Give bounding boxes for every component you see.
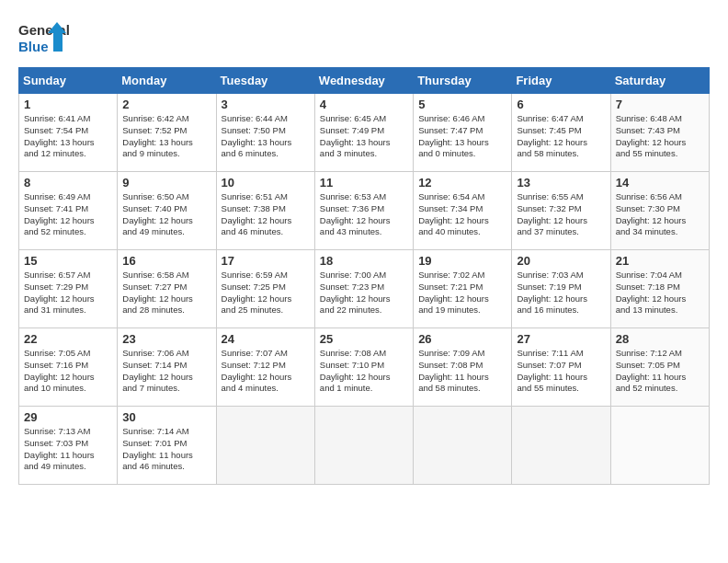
day-info: Sunrise: 6:54 AM Sunset: 7:34 PM Dayligh… xyxy=(418,191,506,238)
day-info: Sunrise: 7:09 AM Sunset: 7:08 PM Dayligh… xyxy=(418,348,506,395)
day-info: Sunrise: 6:45 AM Sunset: 7:49 PM Dayligh… xyxy=(320,113,408,160)
calendar-cell: 5Sunrise: 6:46 AM Sunset: 7:47 PM Daylig… xyxy=(414,94,512,172)
day-number: 29 xyxy=(24,410,112,424)
week-row-1: 1Sunrise: 6:41 AM Sunset: 7:54 PM Daylig… xyxy=(19,94,710,172)
day-info: Sunrise: 6:44 AM Sunset: 7:50 PM Dayligh… xyxy=(222,113,310,160)
day-number: 23 xyxy=(122,332,210,346)
week-row-4: 22Sunrise: 7:05 AM Sunset: 7:16 PM Dayli… xyxy=(19,328,710,407)
calendar-cell: 26Sunrise: 7:09 AM Sunset: 7:08 PM Dayli… xyxy=(414,328,512,407)
calendar-cell: 25Sunrise: 7:08 AM Sunset: 7:10 PM Dayli… xyxy=(314,328,413,407)
calendar-cell: 9Sunrise: 6:50 AM Sunset: 7:40 PM Daylig… xyxy=(118,172,216,250)
calendar-cell: 1Sunrise: 6:41 AM Sunset: 7:54 PM Daylig… xyxy=(19,94,118,172)
day-info: Sunrise: 7:14 AM Sunset: 7:01 PM Dayligh… xyxy=(122,426,210,473)
week-row-2: 8Sunrise: 6:49 AM Sunset: 7:41 PM Daylig… xyxy=(19,172,710,250)
day-number: 24 xyxy=(222,332,310,346)
day-number: 10 xyxy=(222,176,310,190)
calendar-cell: 4Sunrise: 6:45 AM Sunset: 7:49 PM Daylig… xyxy=(314,94,413,172)
day-number: 7 xyxy=(616,98,704,111)
day-number: 11 xyxy=(320,176,408,190)
day-number: 15 xyxy=(24,254,112,268)
calendar-cell: 21Sunrise: 7:04 AM Sunset: 7:18 PM Dayli… xyxy=(610,250,709,328)
calendar-cell: 11Sunrise: 6:53 AM Sunset: 7:36 PM Dayli… xyxy=(314,172,413,250)
day-info: Sunrise: 6:41 AM Sunset: 7:54 PM Dayligh… xyxy=(24,113,112,160)
calendar-cell: 7Sunrise: 6:48 AM Sunset: 7:43 PM Daylig… xyxy=(610,94,709,172)
day-number: 13 xyxy=(517,176,605,190)
day-number: 2 xyxy=(122,98,210,111)
calendar-cell: 20Sunrise: 7:03 AM Sunset: 7:19 PM Dayli… xyxy=(512,250,610,328)
day-info: Sunrise: 7:12 AM Sunset: 7:05 PM Dayligh… xyxy=(616,348,704,395)
day-info: Sunrise: 7:13 AM Sunset: 7:03 PM Dayligh… xyxy=(24,426,112,473)
day-info: Sunrise: 7:05 AM Sunset: 7:16 PM Dayligh… xyxy=(24,348,112,395)
calendar-cell: 22Sunrise: 7:05 AM Sunset: 7:16 PM Dayli… xyxy=(19,328,118,407)
day-info: Sunrise: 6:59 AM Sunset: 7:25 PM Dayligh… xyxy=(222,270,310,316)
week-row-3: 15Sunrise: 6:57 AM Sunset: 7:29 PM Dayli… xyxy=(19,250,710,328)
col-header-saturday: Saturday xyxy=(610,68,709,94)
day-number: 22 xyxy=(24,332,112,346)
calendar-cell: 18Sunrise: 7:00 AM Sunset: 7:23 PM Dayli… xyxy=(314,250,413,328)
day-info: Sunrise: 7:00 AM Sunset: 7:23 PM Dayligh… xyxy=(320,270,408,316)
calendar-cell xyxy=(414,407,512,485)
calendar-cell: 23Sunrise: 7:06 AM Sunset: 7:14 PM Dayli… xyxy=(118,328,216,407)
day-number: 1 xyxy=(24,98,112,111)
day-number: 27 xyxy=(517,332,605,346)
day-info: Sunrise: 7:11 AM Sunset: 7:07 PM Dayligh… xyxy=(517,348,605,395)
day-info: Sunrise: 6:42 AM Sunset: 7:52 PM Dayligh… xyxy=(122,113,210,160)
day-info: Sunrise: 6:58 AM Sunset: 7:27 PM Dayligh… xyxy=(122,270,210,316)
day-info: Sunrise: 6:57 AM Sunset: 7:29 PM Dayligh… xyxy=(24,270,112,316)
day-number: 21 xyxy=(616,254,704,268)
calendar-cell: 27Sunrise: 7:11 AM Sunset: 7:07 PM Dayli… xyxy=(512,328,610,407)
calendar-cell: 10Sunrise: 6:51 AM Sunset: 7:38 PM Dayli… xyxy=(216,172,314,250)
week-row-5: 29Sunrise: 7:13 AM Sunset: 7:03 PM Dayli… xyxy=(19,407,710,485)
header: GeneralBlue xyxy=(18,18,710,60)
day-number: 4 xyxy=(320,98,408,111)
calendar-cell: 16Sunrise: 6:58 AM Sunset: 7:27 PM Dayli… xyxy=(118,250,216,328)
calendar-table: SundayMondayTuesdayWednesdayThursdayFrid… xyxy=(18,67,710,485)
col-header-thursday: Thursday xyxy=(414,68,512,94)
day-info: Sunrise: 6:48 AM Sunset: 7:43 PM Dayligh… xyxy=(616,113,704,160)
calendar-cell: 12Sunrise: 6:54 AM Sunset: 7:34 PM Dayli… xyxy=(414,172,512,250)
day-info: Sunrise: 7:06 AM Sunset: 7:14 PM Dayligh… xyxy=(122,348,210,395)
calendar-cell: 24Sunrise: 7:07 AM Sunset: 7:12 PM Dayli… xyxy=(216,328,314,407)
day-number: 6 xyxy=(517,98,605,111)
day-info: Sunrise: 7:08 AM Sunset: 7:10 PM Dayligh… xyxy=(320,348,408,395)
day-info: Sunrise: 7:07 AM Sunset: 7:12 PM Dayligh… xyxy=(222,348,310,395)
calendar-cell: 3Sunrise: 6:44 AM Sunset: 7:50 PM Daylig… xyxy=(216,94,314,172)
calendar-cell xyxy=(610,407,709,485)
day-info: Sunrise: 6:50 AM Sunset: 7:40 PM Dayligh… xyxy=(122,191,210,238)
calendar-cell: 13Sunrise: 6:55 AM Sunset: 7:32 PM Dayli… xyxy=(512,172,610,250)
logo: GeneralBlue xyxy=(18,18,69,60)
day-info: Sunrise: 7:04 AM Sunset: 7:18 PM Dayligh… xyxy=(616,270,704,316)
day-number: 19 xyxy=(418,254,506,268)
day-info: Sunrise: 6:49 AM Sunset: 7:41 PM Dayligh… xyxy=(24,191,112,238)
col-header-monday: Monday xyxy=(118,68,216,94)
day-info: Sunrise: 7:02 AM Sunset: 7:21 PM Dayligh… xyxy=(418,270,506,316)
day-number: 18 xyxy=(320,254,408,268)
day-number: 26 xyxy=(418,332,506,346)
day-number: 12 xyxy=(418,176,506,190)
day-info: Sunrise: 6:47 AM Sunset: 7:45 PM Dayligh… xyxy=(517,113,605,160)
calendar-cell xyxy=(314,407,413,485)
day-number: 5 xyxy=(418,98,506,111)
day-info: Sunrise: 6:55 AM Sunset: 7:32 PM Dayligh… xyxy=(517,191,605,238)
day-info: Sunrise: 6:46 AM Sunset: 7:47 PM Dayligh… xyxy=(418,113,506,160)
calendar-cell: 28Sunrise: 7:12 AM Sunset: 7:05 PM Dayli… xyxy=(610,328,709,407)
calendar-header-row: SundayMondayTuesdayWednesdayThursdayFrid… xyxy=(19,68,710,94)
svg-text:Blue: Blue xyxy=(18,39,49,54)
calendar-cell: 8Sunrise: 6:49 AM Sunset: 7:41 PM Daylig… xyxy=(19,172,118,250)
calendar-cell: 6Sunrise: 6:47 AM Sunset: 7:45 PM Daylig… xyxy=(512,94,610,172)
day-number: 14 xyxy=(616,176,704,190)
day-number: 3 xyxy=(222,98,310,111)
day-number: 25 xyxy=(320,332,408,346)
col-header-sunday: Sunday xyxy=(19,68,118,94)
calendar-cell: 15Sunrise: 6:57 AM Sunset: 7:29 PM Dayli… xyxy=(19,250,118,328)
calendar-cell: 14Sunrise: 6:56 AM Sunset: 7:30 PM Dayli… xyxy=(610,172,709,250)
day-info: Sunrise: 6:53 AM Sunset: 7:36 PM Dayligh… xyxy=(320,191,408,238)
col-header-tuesday: Tuesday xyxy=(216,68,314,94)
calendar-cell xyxy=(216,407,314,485)
calendar-cell xyxy=(512,407,610,485)
day-number: 9 xyxy=(122,176,210,190)
day-number: 16 xyxy=(122,254,210,268)
calendar-cell: 2Sunrise: 6:42 AM Sunset: 7:52 PM Daylig… xyxy=(118,94,216,172)
calendar-cell: 29Sunrise: 7:13 AM Sunset: 7:03 PM Dayli… xyxy=(19,407,118,485)
day-number: 28 xyxy=(616,332,704,346)
